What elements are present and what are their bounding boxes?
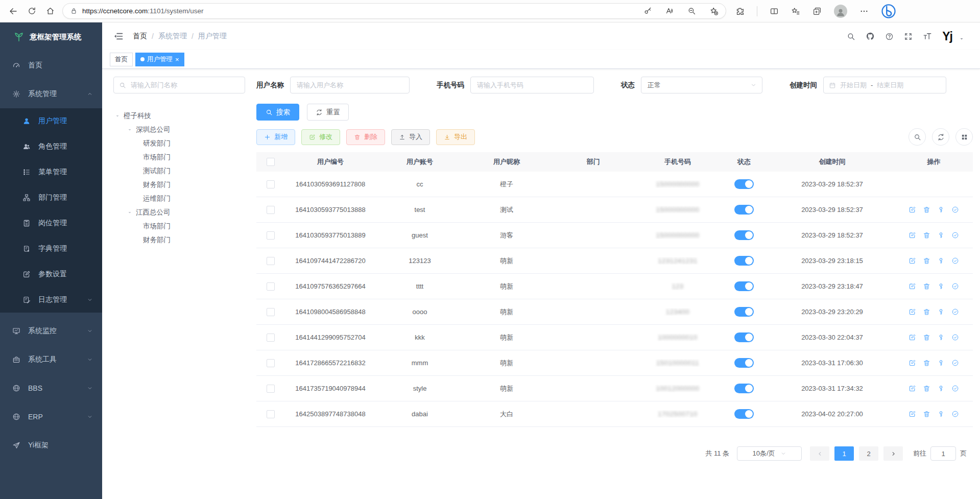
row-reset-password-icon[interactable] bbox=[937, 282, 945, 290]
status-toggle[interactable] bbox=[734, 230, 754, 240]
status-toggle[interactable] bbox=[734, 179, 754, 189]
sidebar-item-menu-management[interactable]: 菜单管理 bbox=[0, 159, 102, 185]
search-button[interactable]: 搜索 bbox=[256, 104, 299, 121]
fullscreen-icon[interactable] bbox=[904, 32, 913, 41]
row-assign-role-icon[interactable] bbox=[951, 282, 959, 290]
row-edit-icon[interactable] bbox=[909, 410, 916, 418]
row-assign-role-icon[interactable] bbox=[951, 410, 959, 418]
row-edit-icon[interactable] bbox=[909, 385, 916, 392]
export-button[interactable]: 导出 bbox=[436, 129, 475, 145]
sidebar-item-yi-framework[interactable]: Yi框架 bbox=[0, 431, 102, 460]
browser-home-button[interactable] bbox=[41, 3, 59, 20]
tree-node[interactable]: 深圳总公司 bbox=[113, 123, 245, 136]
tree-node[interactable]: 橙子科技 bbox=[113, 109, 245, 123]
sidebar-item-post-management[interactable]: 岗位管理 bbox=[0, 210, 102, 236]
page-button-1[interactable]: 1 bbox=[834, 446, 854, 461]
github-icon[interactable] bbox=[866, 32, 875, 41]
row-assign-role-icon[interactable] bbox=[951, 308, 959, 316]
dept-search-input[interactable] bbox=[130, 81, 240, 89]
tree-node[interactable]: 财务部门 bbox=[113, 178, 245, 192]
status-toggle[interactable] bbox=[734, 205, 754, 215]
row-reset-password-icon[interactable] bbox=[937, 359, 945, 367]
goto-page-input[interactable] bbox=[930, 446, 956, 461]
add-favorite-icon[interactable] bbox=[709, 7, 719, 16]
row-delete-icon[interactable] bbox=[923, 206, 930, 213]
reset-button[interactable]: 重置 bbox=[307, 104, 349, 121]
add-button[interactable]: 新增 bbox=[256, 129, 295, 145]
page-size-select[interactable]: 10条/页 bbox=[737, 446, 802, 461]
breadcrumb-home[interactable]: 首页 bbox=[133, 32, 147, 41]
sidebar-item-erp[interactable]: ERP bbox=[0, 402, 102, 431]
row-checkbox[interactable] bbox=[267, 334, 275, 342]
sidebar-item-home[interactable]: 首页 bbox=[0, 51, 102, 80]
status-toggle[interactable] bbox=[734, 358, 754, 368]
row-edit-icon[interactable] bbox=[909, 359, 916, 367]
row-assign-role-icon[interactable] bbox=[951, 359, 959, 367]
copilot-icon[interactable] bbox=[881, 4, 896, 19]
sidebar-item-system-tools[interactable]: 系统工具 bbox=[0, 345, 102, 374]
row-reset-password-icon[interactable] bbox=[937, 410, 945, 418]
next-page-button[interactable] bbox=[883, 446, 903, 461]
sidebar-item-bbs[interactable]: BBS bbox=[0, 374, 102, 402]
status-select[interactable]: 正常 bbox=[641, 77, 762, 93]
tree-expand-icon[interactable] bbox=[127, 127, 133, 133]
tree-node[interactable]: 测试部门 bbox=[113, 164, 245, 178]
row-delete-icon[interactable] bbox=[923, 231, 930, 239]
sidebar-item-dept-management[interactable]: 部门管理 bbox=[0, 185, 102, 210]
row-checkbox[interactable] bbox=[267, 410, 275, 418]
split-screen-icon[interactable] bbox=[770, 7, 779, 16]
row-reset-password-icon[interactable] bbox=[937, 206, 945, 213]
row-reset-password-icon[interactable] bbox=[937, 231, 945, 239]
refresh-table-button[interactable] bbox=[932, 128, 949, 146]
app-logo[interactable]: 意框架管理系统 bbox=[0, 22, 102, 51]
extensions-icon[interactable] bbox=[735, 7, 745, 16]
sidebar-item-dict-management[interactable]: 字典管理 bbox=[0, 236, 102, 262]
favorites-icon[interactable] bbox=[791, 7, 800, 16]
import-button[interactable]: 导入 bbox=[391, 129, 430, 145]
help-icon[interactable] bbox=[885, 32, 894, 41]
column-settings-button[interactable] bbox=[955, 128, 973, 146]
row-assign-role-icon[interactable] bbox=[951, 206, 959, 213]
row-edit-icon[interactable] bbox=[909, 206, 916, 213]
sidebar-item-system-monitor[interactable]: 系统监控 bbox=[0, 317, 102, 345]
row-edit-icon[interactable] bbox=[909, 282, 916, 290]
tag-home[interactable]: 首页 bbox=[110, 53, 133, 66]
row-delete-icon[interactable] bbox=[923, 282, 930, 290]
browser-menu-icon[interactable] bbox=[859, 7, 869, 16]
user-avatar[interactable]: Yj bbox=[942, 31, 952, 42]
browser-back-button[interactable] bbox=[4, 3, 22, 20]
browser-profile-avatar[interactable] bbox=[834, 5, 847, 18]
row-checkbox[interactable] bbox=[267, 257, 275, 265]
tree-expand-icon[interactable] bbox=[114, 113, 121, 119]
page-button-2[interactable]: 2 bbox=[859, 446, 878, 461]
row-checkbox[interactable] bbox=[267, 180, 275, 188]
tree-node[interactable]: 研发部门 bbox=[113, 136, 245, 150]
row-delete-icon[interactable] bbox=[923, 385, 930, 392]
row-checkbox[interactable] bbox=[267, 308, 275, 316]
browser-refresh-button[interactable] bbox=[22, 3, 41, 20]
prev-page-button[interactable] bbox=[810, 446, 829, 461]
status-toggle[interactable] bbox=[734, 281, 754, 291]
row-edit-icon[interactable] bbox=[909, 308, 916, 316]
row-assign-role-icon[interactable] bbox=[951, 257, 959, 265]
status-toggle[interactable] bbox=[734, 384, 754, 393]
row-reset-password-icon[interactable] bbox=[937, 308, 945, 316]
row-checkbox[interactable] bbox=[267, 385, 275, 393]
collections-icon[interactable] bbox=[812, 7, 822, 16]
row-delete-icon[interactable] bbox=[923, 308, 930, 316]
row-edit-icon[interactable] bbox=[909, 334, 916, 341]
status-toggle[interactable] bbox=[734, 256, 754, 266]
row-reset-password-icon[interactable] bbox=[937, 257, 945, 265]
row-assign-role-icon[interactable] bbox=[951, 334, 959, 341]
select-all-checkbox[interactable] bbox=[267, 158, 275, 166]
read-aloud-icon[interactable] bbox=[665, 7, 674, 15]
tree-node[interactable]: 运维部门 bbox=[113, 192, 245, 205]
row-assign-role-icon[interactable] bbox=[951, 385, 959, 392]
row-delete-icon[interactable] bbox=[923, 359, 930, 367]
status-toggle[interactable] bbox=[734, 307, 754, 317]
tree-node[interactable]: 市场部门 bbox=[113, 150, 245, 164]
edit-button[interactable]: 修改 bbox=[301, 129, 340, 145]
tag-close-icon[interactable]: × bbox=[175, 56, 179, 63]
row-reset-password-icon[interactable] bbox=[937, 385, 945, 392]
row-delete-icon[interactable] bbox=[923, 257, 930, 265]
